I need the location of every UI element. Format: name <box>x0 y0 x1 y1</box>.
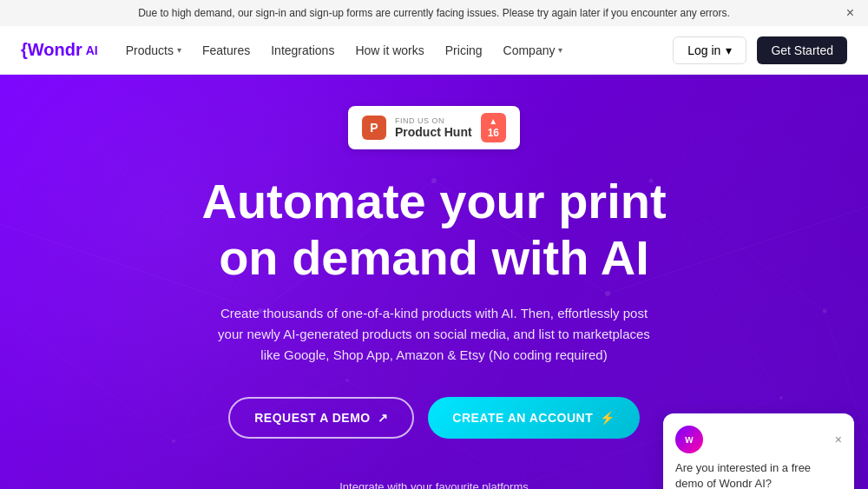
chat-header: w × <box>675 426 842 453</box>
svg-point-15 <box>605 291 610 296</box>
chat-message: Are you interested in a free demo of Won… <box>675 460 842 489</box>
hero-cta-buttons: REQUEST A DEMO ↗ CREATE AN ACCOUNT ⚡ <box>228 397 640 439</box>
svg-point-24 <box>823 309 827 314</box>
product-hunt-score: ▲ 16 <box>481 113 506 142</box>
get-started-button[interactable]: Get Started <box>757 36 847 64</box>
svg-line-20 <box>651 181 825 311</box>
nav-item-products[interactable]: Products ▾ <box>126 43 181 57</box>
login-button[interactable]: Log in ▾ <box>673 36 746 64</box>
svg-point-19 <box>779 396 783 400</box>
hero-section: P FIND US ON Product Hunt ▲ 16 Automate … <box>0 75 868 489</box>
hero-subtitle: Create thousands of one-of-a-kind produc… <box>208 303 660 366</box>
product-hunt-text: FIND US ON Product Hunt <box>395 116 472 139</box>
nav-item-company[interactable]: Company ▾ <box>503 43 563 57</box>
chevron-down-icon: ▾ <box>726 43 732 57</box>
lightning-icon: ⚡ <box>600 411 615 425</box>
product-hunt-badge[interactable]: P FIND US ON Product Hunt ▲ 16 <box>348 106 520 149</box>
chevron-down-icon: ▾ <box>177 45 181 55</box>
announcement-close-button[interactable]: × <box>846 5 854 21</box>
arrow-icon: ↗ <box>378 411 389 425</box>
nav-item-integrations[interactable]: Integrations <box>271 43 334 57</box>
create-account-button[interactable]: CREATE AN ACCOUNT ⚡ <box>428 397 639 439</box>
chevron-down-icon: ▾ <box>558 45 562 55</box>
svg-point-16 <box>172 439 175 443</box>
request-demo-button[interactable]: REQUEST A DEMO ↗ <box>228 397 414 439</box>
logo[interactable]: {Wondr AI <box>21 40 98 60</box>
svg-line-22 <box>651 181 781 398</box>
hero-title: Automate your print on demand with AI <box>201 174 666 286</box>
product-hunt-logo: P <box>362 116 386 140</box>
nav-item-features[interactable]: Features <box>202 43 250 57</box>
announcement-text: Due to high demand, our sign-in and sign… <box>138 7 730 19</box>
svg-point-17 <box>345 379 349 382</box>
nav-links: Products ▾ Features Integrations How it … <box>126 43 674 57</box>
nav-actions: Log in ▾ Get Started <box>673 36 847 64</box>
chat-widget: w × Are you interested in a free demo of… <box>663 413 854 489</box>
navbar: {Wondr AI Products ▾ Features Integratio… <box>0 26 868 75</box>
svg-line-4 <box>0 311 174 441</box>
logo-text: {Wondr <box>21 40 82 60</box>
chat-avatar: w <box>675 426 703 453</box>
logo-ai-text: AI <box>86 43 98 57</box>
chat-close-button[interactable]: × <box>835 433 842 446</box>
nav-item-pricing[interactable]: Pricing <box>445 43 483 57</box>
nav-item-how-it-works[interactable]: How it works <box>355 43 424 57</box>
announcement-bar: Due to high demand, our sign-in and sign… <box>0 0 868 26</box>
